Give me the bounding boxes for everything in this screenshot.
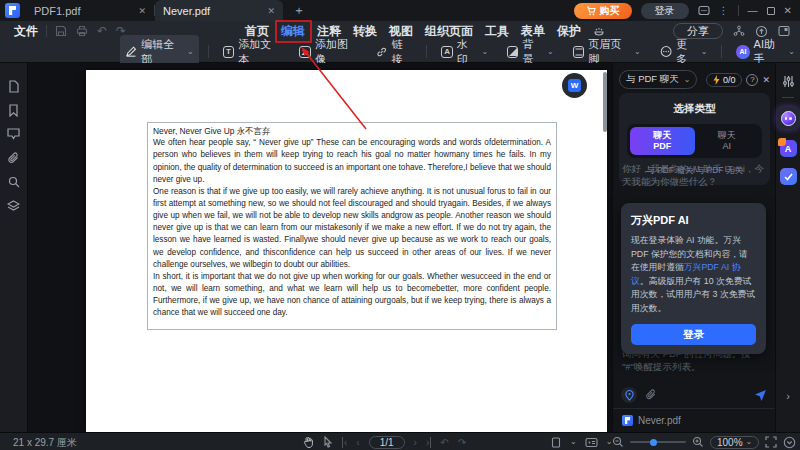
attachment-icon[interactable] xyxy=(7,151,21,165)
rotate-left-icon[interactable]: ↶ xyxy=(440,437,448,448)
document-canvas[interactable]: Never, Never Give Up 永不言弃 We often hear … xyxy=(28,63,612,432)
main-area: Never, Never Give Up 永不言弃 We often hear … xyxy=(0,63,800,432)
login-button[interactable]: 登录 xyxy=(641,3,689,19)
caret-down-icon: ⌄ xyxy=(634,50,641,54)
feedback-icon[interactable] xyxy=(698,5,710,17)
page-size-label: 21 x 29.7 厘米 xyxy=(13,436,77,450)
buy-button[interactable]: 购买 xyxy=(574,3,632,19)
text-tool-icon: T xyxy=(223,46,235,58)
chat-attach-row xyxy=(621,387,767,403)
lightning-icon xyxy=(713,75,720,85)
pdf-file-icon xyxy=(622,415,633,426)
search-icon[interactable] xyxy=(7,175,21,189)
close-window-button[interactable]: ✕ xyxy=(784,5,792,16)
zoom-in-icon[interactable] xyxy=(692,436,704,448)
layers-icon[interactable] xyxy=(7,199,21,213)
choose-type-title: 选择类型 xyxy=(627,102,762,116)
zoom-out-icon[interactable] xyxy=(612,436,624,448)
first-page-button[interactable]: ‹ xyxy=(342,437,347,448)
close-panel-icon[interactable]: ✕ xyxy=(762,75,770,85)
edit-toolbar: 编辑全部 ⌄ T 添加文本 添加图像 链接 A xyxy=(0,41,800,63)
add-text-label: 添加文本 xyxy=(238,37,280,67)
export-to-word-button[interactable]: W xyxy=(562,73,587,98)
popup-body: 现在登录体验 AI 功能。万兴PDF 保护您的文档和内容，请在使用时遵循万兴PD… xyxy=(631,234,756,315)
chat-type-segmented: 聊天 PDF 聊天 AI xyxy=(627,124,762,158)
chat-mode-dropdown[interactable]: 与 PDF 聊天 ⌄ xyxy=(619,70,697,89)
divider xyxy=(721,45,722,58)
rotate-right-icon[interactable]: ↷ xyxy=(458,437,466,448)
chat-ai-option[interactable]: 聊天 AI xyxy=(695,127,760,155)
divider xyxy=(738,5,739,16)
ai-assistant-label: AI助手 xyxy=(754,37,785,67)
titlebar: PDF1.pdf ✕ Never.pdf ✕ ＋ 购买 登录 ⋮ xyxy=(0,0,800,21)
zoom-slider-handle[interactable] xyxy=(650,439,657,446)
pdf-page[interactable]: Never, Never Give Up 永不言弃 We often hear … xyxy=(86,70,607,432)
tab-never[interactable]: Never.pdf ✕ xyxy=(155,0,283,21)
collapse-strip-icon[interactable]: › xyxy=(786,390,790,402)
document-paragraph: One reason is that if we give up too eas… xyxy=(153,186,551,271)
undo-icon[interactable]: ↶ xyxy=(97,24,107,38)
select-tool-icon[interactable] xyxy=(323,436,333,448)
tab-close-icon[interactable]: ✕ xyxy=(138,6,146,16)
send-icon[interactable] xyxy=(754,389,767,402)
app-logo-icon xyxy=(5,3,20,18)
edit-all-label: 编辑全部 xyxy=(141,37,183,67)
save-icon[interactable] xyxy=(55,25,67,37)
ai-translate-button[interactable]: A xyxy=(780,140,797,157)
zoom-controls: 100% ⌄ xyxy=(612,433,796,450)
caret-down-icon: ⌄ xyxy=(187,50,194,54)
help-icon[interactable]: ? xyxy=(746,74,758,86)
link-label: 链接 xyxy=(391,37,412,67)
ai-assistant-panel-button[interactable] xyxy=(777,107,799,129)
left-sidebar xyxy=(0,63,28,432)
more-circle-icon xyxy=(660,45,672,58)
ai-greeting-message: 你好，我是你的 AI 助手 Lumi，今天我能为你做些什么？ xyxy=(622,162,767,188)
bookmark-icon[interactable] xyxy=(7,103,21,117)
location-pin-icon[interactable] xyxy=(621,387,637,403)
hand-tool-icon[interactable] xyxy=(303,436,314,448)
chat-pdf-option[interactable]: 聊天 PDF xyxy=(630,127,695,155)
divider xyxy=(782,97,794,98)
page-indicator[interactable]: 1/1 xyxy=(369,436,405,449)
more-options-icon[interactable]: ⋮ xyxy=(719,5,729,16)
last-page-button[interactable]: › xyxy=(426,437,431,448)
header-footer-icon xyxy=(573,46,584,58)
vertical-scrollbar[interactable] xyxy=(603,72,607,132)
ai-badge-icon: AI xyxy=(736,45,749,59)
thumbnails-icon[interactable] xyxy=(7,79,21,93)
pdf-editor-window: PDF1.pdf ✕ Never.pdf ✕ ＋ 购买 登录 ⋮ xyxy=(0,0,800,450)
link-icon xyxy=(376,46,387,58)
watermark-icon: A xyxy=(441,46,452,58)
quota-count: 0/0 xyxy=(723,75,736,85)
reading-mode-icon[interactable] xyxy=(585,437,598,448)
current-file-row[interactable]: Never.pdf xyxy=(613,408,775,432)
selected-text-box[interactable]: Never, Never Give Up 永不言弃 We often hear … xyxy=(147,122,557,330)
robot-icon xyxy=(781,111,796,126)
next-page-button[interactable]: › xyxy=(414,437,417,448)
tab-close-icon[interactable]: ✕ xyxy=(267,6,275,16)
document-paragraph: We often hear people say, “ Never give u… xyxy=(153,137,551,186)
current-file-name: Never.pdf xyxy=(638,415,681,426)
caret-down-icon: ⌄ xyxy=(746,440,753,444)
fullscreen-icon[interactable] xyxy=(765,436,777,448)
minimize-button[interactable]: — xyxy=(748,5,758,16)
caret-down-icon: ⌄ xyxy=(547,50,554,54)
comments-icon[interactable] xyxy=(7,127,21,141)
new-tab-button[interactable]: ＋ xyxy=(293,2,305,19)
maximize-button[interactable] xyxy=(767,7,775,15)
popup-login-button[interactable]: 登录 xyxy=(631,324,756,345)
ai-quota-badge: 0/0 xyxy=(706,73,743,87)
single-page-view-icon[interactable] xyxy=(550,437,562,448)
collapse-toolbar-icon[interactable] xyxy=(783,436,796,449)
zoom-slider[interactable] xyxy=(630,441,686,443)
tab-pdf1[interactable]: PDF1.pdf ✕ xyxy=(26,0,154,21)
tab-title: Never.pdf xyxy=(163,5,261,17)
zoom-level-dropdown[interactable]: 100% ⌄ xyxy=(710,436,759,449)
previous-page-button[interactable]: ‹ xyxy=(356,437,359,448)
attach-file-icon[interactable] xyxy=(645,389,657,401)
print-icon[interactable] xyxy=(76,25,88,37)
file-menu[interactable]: 文件 xyxy=(14,23,38,40)
caret-down-icon: ⌄ xyxy=(701,50,708,54)
todo-check-button[interactable] xyxy=(780,168,797,185)
properties-sliders-icon[interactable] xyxy=(782,75,795,88)
